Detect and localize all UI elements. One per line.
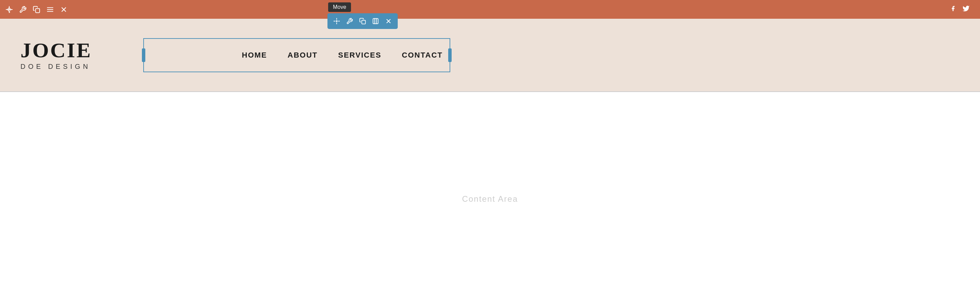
content-area: Content Area <box>0 92 980 306</box>
move-tooltip: Move <box>328 2 351 12</box>
logo-area: JOCIE DOE DESIGN <box>21 40 123 71</box>
wrench-icon[interactable] <box>19 6 27 13</box>
float-wrench-btn[interactable] <box>344 15 355 27</box>
float-close-btn[interactable] <box>383 15 394 27</box>
admin-toolbar <box>0 0 980 19</box>
social-icons-area <box>950 5 970 14</box>
logo-title: JOCIE <box>21 40 92 61</box>
twitter-icon[interactable] <box>962 5 970 14</box>
nav-selected-area: Move <box>133 38 959 72</box>
nav-block-selected: HOME ABOUT SERVICES CONTACT <box>143 38 450 72</box>
content-area-label: Content Area <box>462 194 518 204</box>
facebook-icon[interactable] <box>950 5 956 14</box>
nav-link-contact[interactable]: CONTACT <box>402 51 443 60</box>
nav-link-about[interactable]: ABOUT <box>288 51 318 60</box>
svg-rect-8 <box>362 20 366 24</box>
toolbar-left <box>5 6 68 13</box>
nav-link-home[interactable]: HOME <box>242 51 267 60</box>
nav-link-services[interactable]: SERVICES <box>338 51 381 60</box>
svg-rect-1 <box>35 8 40 13</box>
float-copy-btn[interactable] <box>357 15 368 27</box>
svg-point-0 <box>8 9 10 10</box>
float-columns-btn[interactable] <box>370 15 381 27</box>
site-header: JOCIE DOE DESIGN Move <box>0 19 980 92</box>
resize-handle-right[interactable] <box>448 48 452 62</box>
menu-icon[interactable] <box>46 6 54 13</box>
float-move-btn[interactable] <box>331 15 342 27</box>
svg-point-7 <box>336 21 337 21</box>
floating-toolbar <box>328 13 398 29</box>
floating-toolbar-container: Move <box>328 2 398 29</box>
copy-icon[interactable] <box>33 6 40 13</box>
page-wrapper: JOCIE DOE DESIGN Move <box>0 0 980 306</box>
svg-rect-9 <box>373 18 378 24</box>
move-icon[interactable] <box>5 6 13 13</box>
nav-links: HOME ABOUT SERVICES CONTACT <box>242 51 443 60</box>
logo-subtitle: DOE DESIGN <box>21 63 91 71</box>
resize-handle-left[interactable] <box>142 48 145 62</box>
close-icon[interactable] <box>60 6 68 13</box>
